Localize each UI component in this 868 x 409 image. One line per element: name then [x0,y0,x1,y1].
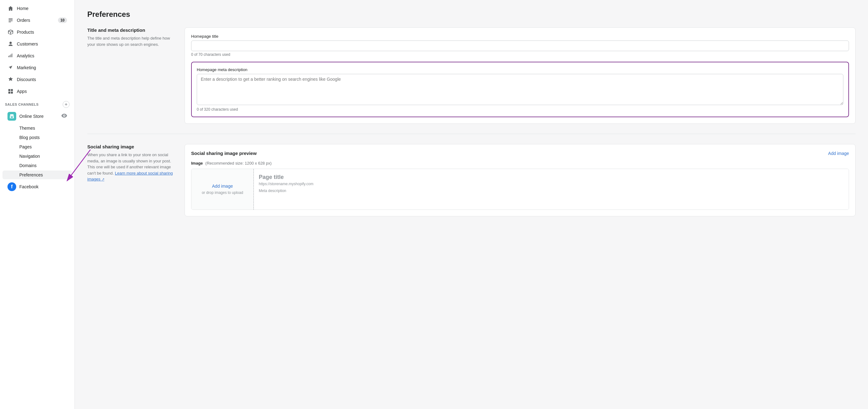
products-icon [7,29,14,35]
sidebar-item-analytics[interactable]: Analytics [2,50,72,61]
sales-channels-label: SALES CHANNELS [5,102,39,106]
orders-icon [7,17,14,23]
recommended-size: (Recommended size: 1200 x 628 px) [206,161,272,165]
preview-page-title: Page title [259,174,844,181]
svg-rect-1 [11,89,13,91]
sidebar-item-themes[interactable]: Themes [2,124,72,132]
title-meta-section-desc: The title and meta description help defi… [87,35,175,48]
sidebar: Home Orders 10 Products Customers Analyt… [0,0,75,409]
sidebar-item-marketing[interactable]: Marketing [2,62,72,73]
eye-icon[interactable] [61,114,67,119]
sidebar-item-facebook[interactable]: f Facebook [2,180,72,194]
sidebar-item-home[interactable]: Home [2,3,72,14]
preview-description: Meta description [259,189,844,193]
external-link-icon: ↗ [102,177,104,181]
homepage-meta-label: Homepage meta description [197,67,843,72]
sidebar-item-domains[interactable]: Domains [2,161,72,170]
add-channel-button[interactable]: + [63,101,69,108]
online-store-label: Online Store [19,114,58,119]
image-preview-area: Add image or drop images to upload Page … [191,169,849,210]
homepage-meta-char-count: 0 of 320 characters used [197,107,843,112]
online-store-icon [7,112,16,121]
add-image-btn[interactable]: Add image [212,184,233,189]
sidebar-item-customers[interactable]: Customers [2,38,72,50]
title-meta-section: Title and meta description The title and… [87,27,856,134]
preview-url: https://storename.myshopify.com [259,182,844,186]
sidebar-item-navigation[interactable]: Navigation [2,152,72,161]
pages-label: Pages [19,144,32,149]
title-meta-section-right: Homepage title 0 of 70 characters used H… [185,27,856,124]
facebook-icon: f [7,182,16,191]
sidebar-item-preferences[interactable]: Preferences [2,170,72,179]
social-header: Social sharing image preview Add image [191,151,849,156]
domains-label: Domains [19,163,36,168]
navigation-label: Navigation [19,154,40,159]
themes-label: Themes [19,126,35,131]
sidebar-item-online-store[interactable]: Online Store [2,109,72,123]
homepage-meta-textarea[interactable] [197,74,843,105]
social-sharing-section: Social sharing image When you share a li… [87,144,856,226]
sidebar-label-discounts: Discounts [17,77,36,82]
apps-icon [7,88,14,94]
svg-rect-3 [11,92,13,94]
sidebar-label-marketing: Marketing [17,65,36,70]
main-content: Preferences Title and meta description T… [75,0,868,409]
upload-zone[interactable]: Add image or drop images to upload [191,169,254,210]
homepage-title-label: Homepage title [191,34,849,39]
social-section-desc: When you share a link to your store on s… [87,152,175,182]
image-label: Image [191,161,203,165]
sidebar-item-orders[interactable]: Orders 10 [2,14,72,26]
social-preview-title: Social sharing image preview [191,151,257,156]
meta-description-wrapper: Homepage meta description 0 of 320 chara… [191,62,849,117]
social-section-right: Social sharing image preview Add image I… [185,144,856,216]
svg-rect-0 [8,89,10,91]
sidebar-label-customers: Customers [17,41,38,46]
preview-meta-panel: Page title https://storename.myshopify.c… [254,169,849,210]
add-image-link[interactable]: Add image [828,151,849,156]
preferences-label: Preferences [19,172,43,177]
facebook-label: Facebook [19,184,38,189]
blog-posts-label: Blog posts [19,135,40,140]
customers-icon [7,41,14,47]
title-meta-section-title: Title and meta description [87,27,175,33]
sidebar-label-products: Products [17,30,34,35]
analytics-icon [7,53,14,59]
svg-rect-2 [8,92,10,94]
sidebar-item-products[interactable]: Products [2,27,72,38]
sidebar-item-apps[interactable]: Apps [2,86,72,97]
discounts-icon [7,76,14,83]
marketing-icon [7,65,14,71]
sidebar-label-orders: Orders [17,18,30,23]
image-label-row: Image (Recommended size: 1200 x 628 px) [191,161,849,165]
sidebar-label-analytics: Analytics [17,53,34,58]
drop-text: or drop images to upload [202,190,243,195]
homepage-title-char-count: 0 of 70 characters used [191,52,849,57]
section-left-social: Social sharing image When you share a li… [87,144,175,216]
sidebar-item-discounts[interactable]: Discounts [2,74,72,85]
sales-channels-header: SALES CHANNELS + [0,97,74,109]
sidebar-label-home: Home [17,6,28,11]
page-title: Preferences [87,10,856,19]
sidebar-item-pages[interactable]: Pages [2,143,72,151]
orders-badge: 10 [58,18,67,23]
homepage-title-input[interactable] [191,40,849,51]
home-icon [7,5,14,11]
section-left-title-meta: Title and meta description The title and… [87,27,175,124]
social-section-title: Social sharing image [87,144,175,149]
sidebar-item-blog-posts[interactable]: Blog posts [2,133,72,142]
sidebar-label-apps: Apps [17,89,27,94]
